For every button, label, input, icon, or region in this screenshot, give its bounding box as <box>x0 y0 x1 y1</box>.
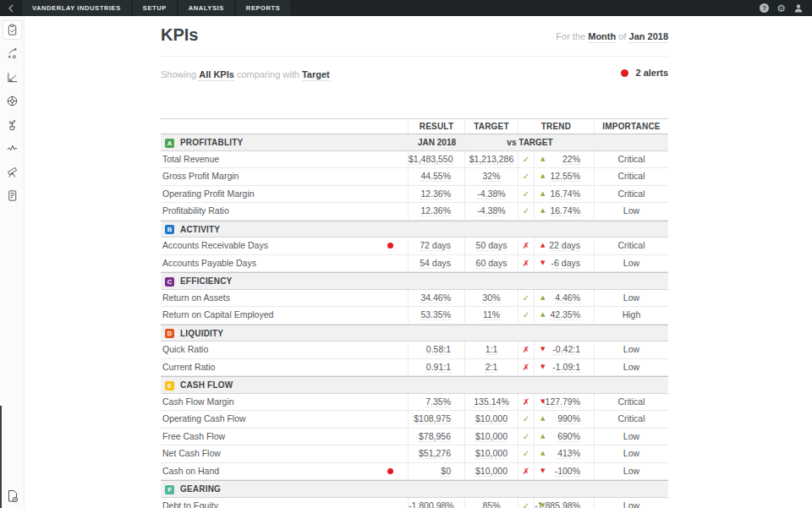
nav-item-setup[interactable]: SETUP <box>133 0 177 16</box>
status-check-icon: ✓ <box>523 432 529 441</box>
left-sidebar <box>0 16 25 508</box>
result-value[interactable]: 7.35% <box>425 396 451 407</box>
target-value[interactable]: $1,213,286 <box>469 154 514 165</box>
result-value[interactable]: $108,975 <box>414 413 451 424</box>
result-value[interactable]: 12.36% <box>420 205 451 216</box>
table-row[interactable]: Cash on Hand $0 $10,000 ✗ ▼-100% Low <box>161 463 668 481</box>
back-button[interactable] <box>0 0 22 16</box>
result-value[interactable]: $51,276 <box>419 448 451 459</box>
left-edge-scrollbar[interactable] <box>0 406 2 508</box>
table-row[interactable]: Debt to Equity -1,800.98% 85% ✓ ▼-1,885.… <box>161 498 668 508</box>
target-value[interactable]: -4.38% <box>477 205 505 216</box>
user-account-button[interactable] <box>793 3 804 14</box>
trend-value[interactable]: 42.35% <box>550 309 580 320</box>
trend-direction-icon: ▼ <box>540 359 545 376</box>
header-name-col <box>161 119 409 134</box>
table-row[interactable]: Profitability Ratio 12.36% -4.38% ✓ ▲16.… <box>161 203 668 221</box>
target-value[interactable]: 2:1 <box>486 362 498 373</box>
target-value[interactable]: 85% <box>482 500 500 508</box>
result-value[interactable]: 44.55% <box>420 171 451 182</box>
table-row[interactable]: Accounts Payable Days 54 days 60 days ✗ … <box>161 255 668 273</box>
result-value[interactable]: $78,956 <box>419 431 451 442</box>
trend-value[interactable]: 16.74% <box>550 188 580 199</box>
target-value[interactable]: 32% <box>482 171 500 182</box>
importance-value: High <box>595 307 668 324</box>
nav-item-reports[interactable]: REPORTS <box>236 0 290 16</box>
target-value[interactable]: 30% <box>482 292 500 303</box>
kpi-name: Return on Capital Employed <box>162 309 273 320</box>
table-row[interactable]: Cash Flow Margin 7.35% 135.14% ✗ ▼-127.7… <box>161 394 668 412</box>
result-value[interactable]: $0 <box>441 466 451 477</box>
table-row[interactable]: Gross Profit Margin 44.55% 32% ✓ ▲12.55%… <box>161 168 668 186</box>
target-value[interactable]: 1:1 <box>486 344 498 355</box>
importance-value: Low <box>595 359 668 376</box>
trend-value[interactable]: 12.55% <box>550 171 580 182</box>
result-value[interactable]: 54 days <box>420 258 451 269</box>
table-row[interactable]: Return on Assets 34.46% 30% ✓ ▲4.46% Low <box>161 290 668 308</box>
table-row[interactable]: Return on Capital Employed 53.35% 11% ✓ … <box>161 307 668 325</box>
sidebar-item-pulse[interactable] <box>3 139 22 158</box>
table-row[interactable]: Net Cash Flow $51,276 $10,000 ✓ ▲413% Lo… <box>161 445 668 463</box>
trend-value[interactable]: 413% <box>557 448 580 459</box>
result-value[interactable]: 53.35% <box>420 309 451 320</box>
trend-value[interactable]: 990% <box>557 413 580 424</box>
result-value[interactable]: 34.46% <box>420 292 451 303</box>
comparing-dropdown[interactable]: Target <box>302 69 330 81</box>
help-icon[interactable]: ? <box>760 3 769 13</box>
sidebar-export-button[interactable] <box>0 489 25 503</box>
sidebar-item-kpis[interactable] <box>3 20 22 40</box>
trend-direction-icon: ▲ <box>540 290 545 307</box>
trend-value[interactable]: -127.79% <box>542 396 580 407</box>
table-row[interactable]: Quick Ratio 0.58:1 1:1 ✗ ▼-0.42:1 Low <box>161 341 668 359</box>
target-value[interactable]: 135.14% <box>474 396 508 407</box>
period-value-dropdown[interactable]: Jan 2018 <box>629 31 668 43</box>
table-row[interactable]: Total Revenue $1,483,550 $1,213,286 ✓ ▲2… <box>161 151 668 169</box>
showing-dropdown[interactable]: All KPIs <box>199 69 234 81</box>
nav-brand[interactable]: VANDERLAY INDUSTRIES <box>22 0 131 16</box>
table-row[interactable]: Free Cash Flow $78,956 $10,000 ✓ ▲690% L… <box>161 429 668 446</box>
trend-direction-icon: ▲ <box>540 168 545 185</box>
trend-value[interactable]: 22% <box>562 154 580 165</box>
header-trend: TREND <box>518 119 595 134</box>
target-value[interactable]: 11% <box>483 309 500 320</box>
table-row[interactable]: Operating Cash Flow $108,975 $10,000 ✓ ▲… <box>161 411 668 429</box>
trend-value[interactable]: -0.42:1 <box>552 344 580 355</box>
trend-value[interactable]: 4.46% <box>555 292 580 303</box>
result-value[interactable]: 0.91:1 <box>426 362 451 373</box>
sidebar-item-scorecard[interactable] <box>3 44 22 63</box>
result-value[interactable]: 72 days <box>420 240 451 251</box>
result-value[interactable]: 0.58:1 <box>426 344 451 355</box>
target-value[interactable]: $10,000 <box>475 431 508 442</box>
target-value[interactable]: $10,000 <box>475 466 508 477</box>
kpi-name: Return on Assets <box>162 292 230 303</box>
table-row[interactable]: Accounts Receivable Days 72 days 50 days… <box>161 238 668 255</box>
period-type-dropdown[interactable]: Month <box>588 31 616 43</box>
sidebar-item-wheel[interactable] <box>3 91 22 111</box>
sidebar-item-explore[interactable] <box>3 162 22 182</box>
sidebar-item-reports[interactable] <box>3 186 22 205</box>
target-value[interactable]: $10,000 <box>475 448 508 459</box>
settings-gear-icon[interactable]: ⚙ <box>776 3 786 14</box>
trend-value[interactable]: -100% <box>555 466 580 477</box>
result-value[interactable]: 12.36% <box>420 188 451 199</box>
table-row[interactable]: Current Ratio 0.91:1 2:1 ✗ ▼-1.09:1 Low <box>161 359 668 377</box>
sidebar-item-trends[interactable] <box>3 68 22 87</box>
result-value[interactable]: -1,800.98% <box>409 500 454 508</box>
target-value[interactable]: -4.38% <box>477 188 505 199</box>
target-value[interactable]: 50 days <box>476 240 508 251</box>
trend-value[interactable]: 22 days <box>549 240 580 251</box>
trend-direction-icon: ▼ <box>540 394 545 411</box>
row-alert-icon <box>387 243 393 249</box>
alerts-indicator[interactable]: 2 alerts <box>621 68 668 78</box>
trend-value[interactable]: -6 days <box>551 258 580 269</box>
trend-value[interactable]: 690% <box>557 431 580 442</box>
result-value[interactable]: $1,483,550 <box>409 154 453 165</box>
section-header-efficiency: C EFFICIENCY <box>161 272 668 290</box>
target-value[interactable]: $10,000 <box>475 413 508 424</box>
trend-value[interactable]: 16.74% <box>550 205 580 216</box>
table-row[interactable]: Operating Profit Margin 12.36% -4.38% ✓ … <box>161 186 668 204</box>
nav-item-analysis[interactable]: ANALYSIS <box>178 0 234 16</box>
target-value[interactable]: 60 days <box>476 258 508 269</box>
trend-value[interactable]: -1.09:1 <box>552 362 580 373</box>
sidebar-item-growth[interactable] <box>3 115 22 134</box>
